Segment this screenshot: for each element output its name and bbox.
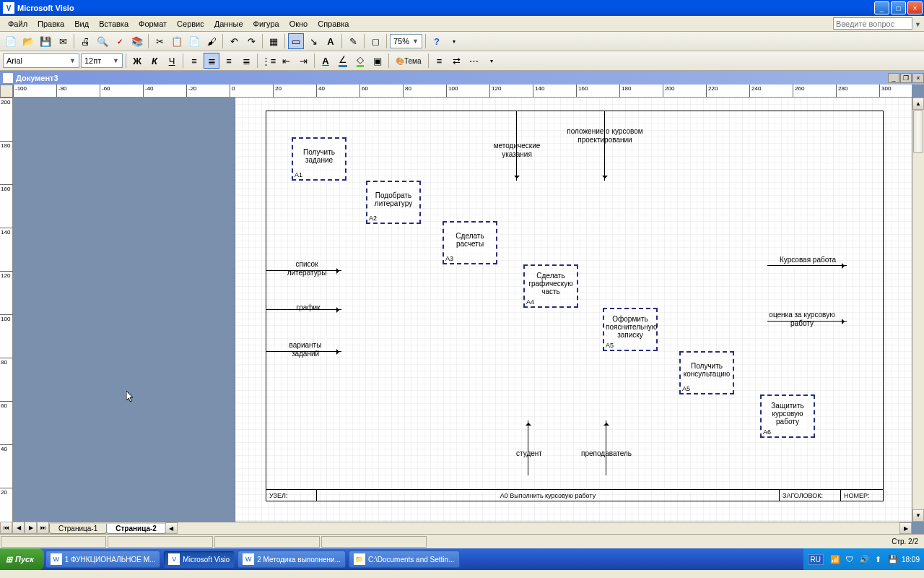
tray-icon-1[interactable]: 📶 bbox=[829, 553, 841, 565]
vertical-ruler[interactable]: 20018016014012010080604020 bbox=[0, 98, 13, 522]
tray-icon-4[interactable]: ⬆ bbox=[873, 553, 884, 565]
scroll-right-button[interactable]: ▶ bbox=[899, 522, 912, 534]
menu-format[interactable]: Формат bbox=[134, 18, 172, 30]
font-size-combo[interactable]: 12пт▼ bbox=[81, 53, 123, 68]
menu-window[interactable]: Окно bbox=[284, 18, 313, 30]
help-button[interactable]: ? bbox=[429, 33, 445, 49]
scroll-left-button[interactable]: ◀ bbox=[165, 522, 178, 534]
stencil-button[interactable]: ▦ bbox=[266, 33, 282, 49]
fill-color-button[interactable]: ◇ bbox=[352, 53, 368, 69]
zoom-combo[interactable]: 75%▼ bbox=[390, 34, 422, 48]
ink-button[interactable]: ✎ bbox=[345, 33, 361, 49]
label-top-2[interactable]: положение о курсовом проектировании bbox=[567, 127, 643, 144]
menu-shape[interactable]: Фигура bbox=[248, 18, 284, 30]
paste-button[interactable]: 📄 bbox=[186, 33, 202, 49]
shapes-button[interactable]: ◻ bbox=[367, 33, 383, 49]
font-combo[interactable]: Arial▼ bbox=[3, 53, 79, 68]
doc-close-button[interactable]: × bbox=[912, 73, 924, 83]
label-top-1[interactable]: методические указания bbox=[483, 142, 551, 158]
new-button[interactable]: 📄 bbox=[3, 33, 19, 49]
start-button[interactable]: ⊞Пуск bbox=[0, 548, 44, 570]
page-tab-2[interactable]: Страница-2 bbox=[106, 524, 166, 534]
save-button[interactable]: 💾 bbox=[38, 33, 53, 49]
block-a5b[interactable]: Получить консультациюA5 bbox=[679, 351, 734, 394]
label-left-2[interactable]: график bbox=[287, 303, 330, 312]
arrow-control-2[interactable] bbox=[604, 111, 605, 181]
clock[interactable]: 18:09 bbox=[902, 556, 920, 564]
open-button[interactable]: 📂 bbox=[20, 33, 36, 49]
help-search-dropdown[interactable]: ▼ bbox=[915, 21, 921, 28]
undo-button[interactable]: ↶ bbox=[226, 33, 242, 49]
connector-tool-button[interactable]: ↘ bbox=[305, 33, 321, 49]
align-right-button[interactable]: ≡ bbox=[221, 53, 237, 69]
scroll-down-button[interactable]: ▼ bbox=[912, 509, 924, 522]
doc-restore-button[interactable]: ❐ bbox=[900, 73, 912, 83]
line-ends-button[interactable]: ⇄ bbox=[449, 53, 465, 69]
shadow-button[interactable]: ▣ bbox=[370, 53, 385, 69]
taskbar-item-3[interactable]: W2 Методика выполнени... bbox=[237, 551, 346, 568]
label-right-1[interactable]: Курсовая работа bbox=[777, 256, 838, 264]
menu-file[interactable]: Файл bbox=[3, 18, 32, 30]
tab-nav-first[interactable]: ⏮ bbox=[0, 522, 12, 534]
redo-button[interactable]: ↷ bbox=[243, 33, 259, 49]
menu-data[interactable]: Данные bbox=[209, 18, 248, 30]
scroll-up-button[interactable]: ▲ bbox=[912, 98, 924, 110]
label-left-1[interactable]: список литературы bbox=[281, 260, 333, 277]
block-a5[interactable]: Оформить пояснительную запискуA5 bbox=[603, 308, 658, 351]
underline-button[interactable]: Ч bbox=[164, 53, 180, 69]
toolbar-options-button2[interactable]: ▾ bbox=[484, 53, 500, 69]
block-a6[interactable]: Защитить курсовую работуA6 bbox=[760, 394, 815, 438]
menu-tools[interactable]: Сервис bbox=[172, 18, 209, 30]
italic-button[interactable]: К bbox=[147, 53, 162, 69]
tab-nav-next[interactable]: ▶ bbox=[25, 522, 37, 534]
print-button[interactable]: 🖨 bbox=[77, 33, 93, 49]
toolbar-options-button[interactable]: ▾ bbox=[446, 33, 462, 49]
maximize-button[interactable]: □ bbox=[891, 1, 906, 14]
format-painter-button[interactable]: 🖌 bbox=[204, 33, 219, 49]
minimize-button[interactable]: _ bbox=[874, 1, 889, 14]
horizontal-ruler[interactable]: -100-80-60-40-20020406080100120140160180… bbox=[13, 85, 912, 98]
arrow-output-1[interactable] bbox=[767, 265, 847, 266]
drawing-page[interactable]: методические указания положение о курсов… bbox=[235, 98, 912, 522]
outdent-button[interactable]: ⇤ bbox=[278, 53, 294, 69]
arrow-mech-2[interactable] bbox=[606, 420, 606, 475]
line-pattern-button[interactable]: ⋯ bbox=[466, 53, 482, 69]
label-left-3[interactable]: варианты заданий bbox=[279, 341, 331, 358]
label-bottom-1[interactable]: студент bbox=[507, 449, 551, 458]
preview-button[interactable]: 🔍 bbox=[95, 33, 110, 49]
block-a1[interactable]: Получить заданиеA1 bbox=[292, 137, 346, 181]
mail-button[interactable]: ✉ bbox=[55, 33, 71, 49]
label-right-2[interactable]: оценка за курсовую работу bbox=[763, 311, 841, 327]
page-tab-1[interactable]: Страница-1 bbox=[49, 524, 107, 534]
tab-nav-prev[interactable]: ◀ bbox=[12, 522, 25, 534]
line-color-button[interactable]: ∠ bbox=[335, 53, 351, 69]
menu-edit[interactable]: Правка bbox=[32, 18, 69, 30]
label-bottom-2[interactable]: преподаватель bbox=[570, 449, 643, 458]
block-a4[interactable]: Сделать графическую частьA4 bbox=[523, 264, 578, 308]
indent-button[interactable]: ⇥ bbox=[295, 53, 311, 69]
tray-icon-5[interactable]: 💾 bbox=[887, 553, 899, 565]
bold-button[interactable]: Ж bbox=[129, 53, 145, 69]
research-button[interactable]: 📚 bbox=[129, 33, 145, 49]
canvas[interactable]: методические указания положение о курсов… bbox=[13, 98, 912, 522]
taskbar-item-2[interactable]: VMicrosoft Visio bbox=[163, 551, 235, 568]
taskbar-item-1[interactable]: W1 ФУНКЦИОНАЛЬНОЕ М... bbox=[45, 551, 161, 568]
menu-insert[interactable]: Вставка bbox=[94, 18, 134, 30]
align-center-button[interactable]: ≣ bbox=[204, 53, 219, 69]
theme-button[interactable]: 🎨 Тема bbox=[392, 53, 425, 69]
align-justify-button[interactable]: ≣ bbox=[238, 53, 254, 69]
tab-nav-last[interactable]: ⏭ bbox=[37, 522, 49, 534]
system-tray[interactable]: RU 📶 🛡 🔊 ⬆ 💾 18:09 bbox=[803, 548, 924, 570]
block-a2[interactable]: Подобрать литературуA2 bbox=[366, 181, 421, 224]
align-left-button[interactable]: ≡ bbox=[186, 53, 202, 69]
pointer-tool-button[interactable]: ▭ bbox=[288, 33, 304, 49]
copy-button[interactable]: 📋 bbox=[169, 33, 185, 49]
help-search-input[interactable] bbox=[833, 17, 912, 30]
block-a3[interactable]: Сделать расчетыA3 bbox=[443, 221, 497, 264]
font-color-button[interactable]: A bbox=[318, 53, 334, 69]
close-button[interactable]: × bbox=[907, 1, 923, 14]
cut-button[interactable]: ✂ bbox=[152, 33, 167, 49]
text-tool-button[interactable]: A bbox=[323, 33, 339, 49]
tray-icon-2[interactable]: 🛡 bbox=[844, 553, 855, 565]
vscroll-thumb[interactable] bbox=[913, 110, 923, 153]
